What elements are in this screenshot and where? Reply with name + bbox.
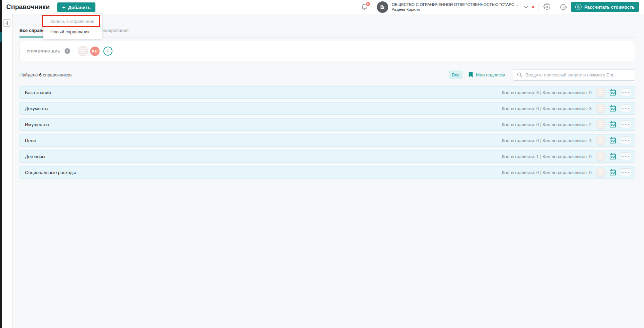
directory-row[interactable]: Имущество Кол-во записей: 0 | Кол-во спр… <box>19 118 635 131</box>
owner-avatar <box>596 120 605 129</box>
user-name: Авдеев Кирилл <box>392 7 520 12</box>
gear-icon <box>543 3 551 11</box>
help-icon[interactable]: ? <box>65 48 70 54</box>
row-more-button[interactable]: • • • <box>621 105 631 112</box>
divider <box>555 2 555 11</box>
header-right-cluster: 6 ОБЩЕСТВО С ОГРАНИЧЕННОЙ ОТВЕТС <box>361 0 639 14</box>
add-button-label: Добавить <box>68 5 91 10</box>
owner-avatar <box>596 104 605 113</box>
collapsed-sidebar[interactable] <box>0 0 2 328</box>
directory-name: Договоры <box>25 154 45 159</box>
company-avatar <box>377 1 388 13</box>
results-count: 6 <box>39 72 42 77</box>
left-gutter <box>2 0 12 328</box>
search-box <box>513 69 635 81</box>
directory-stats: Кол-во записей: 0 | Кол-во справочников:… <box>502 122 592 127</box>
settings-button[interactable] <box>543 3 551 11</box>
filter-all-chip[interactable]: Все <box>449 71 462 79</box>
managers-card: УПРАВЛЯЮЩИЕ ? KD + <box>19 41 635 61</box>
logout-icon <box>559 3 567 11</box>
owner-avatar <box>596 88 605 97</box>
directory-stats: Кол-во записей: 1 | Кол-во справочников:… <box>502 154 592 159</box>
directory-name: Документы <box>25 106 48 111</box>
divider <box>539 2 539 11</box>
results-count-text: Найдено 6 справочников <box>19 72 71 77</box>
sidebar-active-indicator <box>0 32 2 42</box>
filter-subscriptions[interactable]: Мои подписки <box>468 72 505 78</box>
records-calendar-icon[interactable] <box>609 153 617 160</box>
records-calendar-icon[interactable] <box>609 137 617 144</box>
row-more-button[interactable]: • • • <box>621 169 631 176</box>
directory-stats: Кол-во записей: 3 | Кол-во справочников:… <box>502 90 592 95</box>
sliders-icon <box>5 21 9 25</box>
logout-button[interactable] <box>559 3 567 11</box>
row-more-button[interactable]: • • • <box>621 137 631 144</box>
results-row: Найдено 6 справочников Все Мои подписки <box>19 69 635 81</box>
company-name: ОБЩЕСТВО С ОГРАНИЧЕННОЙ ОТВЕТСТВЕННОСТЬЮ… <box>392 2 520 7</box>
directory-name: База знаний <box>25 90 51 95</box>
add-button[interactable]: + Добавить <box>57 2 95 12</box>
filters-toggle-button[interactable] <box>3 19 10 27</box>
manager-avatar[interactable] <box>78 46 88 56</box>
notifications-button[interactable]: 6 <box>361 3 368 11</box>
directory-name: Имущество <box>25 122 49 127</box>
records-calendar-icon[interactable] <box>609 105 617 112</box>
row-more-button[interactable]: • • • <box>621 89 631 96</box>
owner-avatar <box>596 136 605 145</box>
add-dropdown-menu: Запись в справочник Новый справочник <box>43 14 102 39</box>
directory-row[interactable]: Документы Кол-во записей: 0 | Кол-во спр… <box>19 102 635 115</box>
directory-row[interactable]: Опциональные расходы Кол-во записей: 0 |… <box>19 166 635 179</box>
directory-stats: Кол-во записей: 0 | Кол-во справочников:… <box>502 106 592 111</box>
row-more-button[interactable]: • • • <box>621 121 631 128</box>
add-manager-button[interactable]: + <box>103 47 112 56</box>
tabs-bar: Все справочники Шаблоны бронирования <box>19 14 635 38</box>
directory-stats: Кол-во записей: 0 | Кол-во справочников:… <box>502 170 592 175</box>
directory-name: Цели <box>25 138 36 143</box>
page-title: Справочники <box>6 3 50 11</box>
status-dot <box>532 6 534 8</box>
directory-stats: Кол-во записей: 0 | Кол-во справочников:… <box>502 138 592 143</box>
plus-icon: + <box>62 5 66 10</box>
filter-subscriptions-label: Мои подписки <box>476 72 505 77</box>
account-text: ОБЩЕСТВО С ОГРАНИЧЕННОЙ ОТВЕТСТВЕННОСТЬЮ… <box>392 2 520 12</box>
notification-badge: 6 <box>365 1 371 7</box>
menu-item-new-directory[interactable]: Новый справочник <box>43 26 102 37</box>
records-calendar-icon[interactable] <box>609 121 617 128</box>
owner-avatar <box>596 151 605 161</box>
directories-list: База знаний Кол-во записей: 3 | Кол-во с… <box>19 86 635 179</box>
row-more-button[interactable]: • • • <box>621 153 631 160</box>
directory-row[interactable]: База знаний Кол-во записей: 3 | Кол-во с… <box>19 86 635 99</box>
account-menu[interactable]: ОБЩЕСТВО С ОГРАНИЧЕННОЙ ОТВЕТСТВЕННОСТЬЮ… <box>377 1 528 13</box>
search-input[interactable] <box>525 72 631 77</box>
chevron-down-icon[interactable] <box>524 6 528 9</box>
directory-name: Опциональные расходы <box>25 170 76 175</box>
managers-label: УПРАВЛЯЮЩИЕ <box>27 49 60 53</box>
records-calendar-icon[interactable] <box>609 169 617 176</box>
directory-row[interactable]: Договоры Кол-во записей: 1 | Кол-во спра… <box>19 150 635 163</box>
records-calendar-icon[interactable] <box>609 89 617 96</box>
calculate-cost-label: Рассчитать стоимость <box>584 5 635 10</box>
owner-avatar <box>596 167 605 177</box>
top-header: Справочники + Добавить 6 <box>2 0 644 14</box>
search-icon <box>517 72 523 78</box>
directory-row[interactable]: Цели Кол-во записей: 0 | Кол-во справочн… <box>19 134 635 147</box>
bookmark-icon <box>468 72 473 78</box>
menu-item-record-to-directory[interactable]: Запись в справочник <box>43 16 102 26</box>
manager-avatar-initials[interactable]: KD <box>90 47 100 56</box>
calculate-cost-button[interactable]: $ Рассчитать стоимость <box>571 2 639 12</box>
dollar-icon: $ <box>575 4 582 10</box>
main-content: Все справочники Шаблоны бронирования УПР… <box>12 14 644 328</box>
